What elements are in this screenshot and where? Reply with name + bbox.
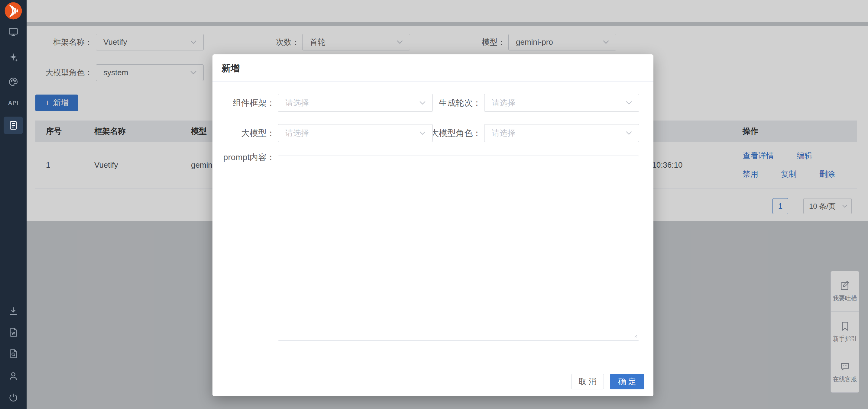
sidebar-item-logout[interactable]: [0, 391, 27, 404]
document-icon: [8, 120, 19, 130]
chevron-down-icon: [419, 101, 426, 105]
screen: API: [0, 0, 868, 409]
component-framework-placeholder: 请选择: [278, 98, 419, 108]
prompt-content-label: prompt内容：: [213, 151, 275, 163]
sidebar-item-doc-search[interactable]: [0, 347, 27, 360]
word-doc-icon: [8, 327, 19, 338]
sidebar-item-dashboard[interactable]: [0, 25, 27, 39]
sidebar-item-user[interactable]: [0, 370, 27, 383]
download-icon: [8, 306, 19, 316]
large-model-placeholder: 请选择: [278, 128, 419, 138]
chevron-down-icon: [419, 131, 426, 135]
sidebar-item-ai[interactable]: [0, 51, 27, 64]
sidebar: API: [0, 0, 27, 409]
palette-icon: [8, 77, 19, 87]
dialog-header-divider: [213, 81, 653, 82]
user-icon: [8, 371, 19, 381]
chevron-down-icon: [626, 131, 632, 135]
confirm-button[interactable]: 确 定: [610, 374, 644, 389]
api-icon: API: [8, 100, 19, 106]
generation-round-select[interactable]: 请选择: [484, 94, 639, 112]
sidebar-item-api[interactable]: API: [0, 96, 27, 109]
large-model-select[interactable]: 请选择: [278, 124, 433, 142]
model-role-select[interactable]: 请选择: [484, 124, 639, 142]
chevron-down-icon: [626, 101, 632, 105]
prompt-textarea[interactable]: [278, 156, 639, 341]
component-framework-select[interactable]: 请选择: [278, 94, 433, 112]
component-framework-label: 组件框架：: [213, 94, 275, 112]
app-logo[interactable]: [4, 1, 23, 20]
large-model-label: 大模型：: [213, 124, 275, 142]
add-dialog: 新增 组件框架： 请选择 生成轮次： 请选择 大模型： 请选择 大模型角色： 请…: [213, 54, 653, 396]
sidebar-item-word-doc[interactable]: [0, 326, 27, 339]
cancel-button[interactable]: 取 消: [571, 374, 604, 389]
sparkle-icon: [8, 52, 19, 63]
logo-icon: [4, 1, 23, 20]
sidebar-item-prompts-current[interactable]: [4, 117, 23, 134]
doc-search-icon: [8, 349, 19, 359]
prompt-textarea-wrap: [278, 156, 639, 341]
sidebar-item-download[interactable]: [0, 305, 27, 318]
model-role-placeholder: 请选择: [485, 128, 626, 138]
power-icon: [8, 392, 19, 403]
dialog-title: 新增: [221, 62, 240, 74]
generation-round-placeholder: 请选择: [485, 98, 626, 108]
sidebar-item-theme[interactable]: [0, 75, 27, 89]
monitor-icon: [8, 27, 19, 37]
